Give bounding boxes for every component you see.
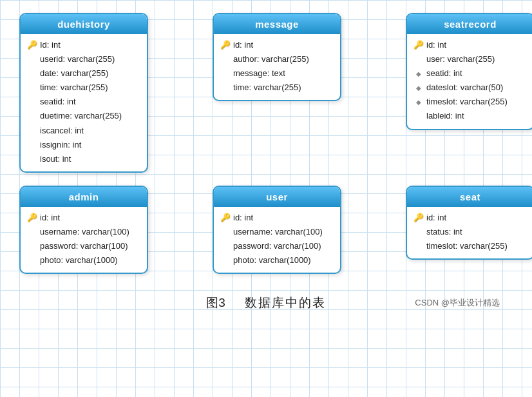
diamond-icon: ◆ — [413, 68, 424, 79]
field-text: issignin: int — [40, 138, 81, 152]
field-text: id: int — [233, 211, 253, 225]
field-text: time: varchar(255) — [233, 81, 301, 95]
table-seatrecord: seatrecord 🔑 id: int user: varchar(255) … — [406, 13, 532, 130]
field-seatrecord-dateslot: ◆ dateslot: varchar(50) — [413, 81, 527, 95]
table-seatrecord-body: 🔑 id: int user: varchar(255) ◆ seatid: i… — [407, 34, 532, 129]
table-duehistory-body: 🔑 Id: int userid: varchar(255) date: var… — [21, 34, 147, 171]
field-seatrecord-seatid: ◆ seatid: int — [413, 66, 527, 81]
field-text: seatid: int — [426, 66, 462, 81]
field-text: username: varchar(100) — [233, 225, 323, 239]
field-text: date: varchar(255) — [40, 66, 108, 81]
table-seat-body: 🔑 id: int status: int timeslot: varchar(… — [407, 207, 532, 258]
field-text: author: varchar(255) — [233, 52, 309, 66]
field-duehistory-userid: userid: varchar(255) — [27, 52, 140, 66]
key-icon: 🔑 — [27, 211, 37, 225]
field-duehistory-duetime: duetime: varchar(255) — [27, 109, 140, 123]
field-seat-timeslot: timeslot: varchar(255) — [413, 239, 527, 253]
field-text: timeslot: varchar(255) — [426, 239, 508, 253]
figure-title: 数据库中的表 — [245, 295, 326, 311]
field-admin-photo: photo: varchar(1000) — [27, 253, 140, 267]
field-text: id: int — [426, 211, 446, 225]
field-seatrecord-lableid: lableid: int — [413, 109, 527, 123]
field-user-password: password: varchar(100) — [220, 239, 334, 253]
table-admin-header: admin — [21, 187, 147, 207]
key-icon: 🔑 — [220, 38, 231, 52]
field-admin-password: password: varchar(100) — [27, 239, 140, 253]
field-message-author: author: varchar(255) — [220, 52, 334, 66]
diamond-icon: ◆ — [413, 82, 424, 93]
table-user-body: 🔑 id: int username: varchar(100) passwor… — [214, 207, 340, 273]
field-text: timeslot: varchar(255) — [426, 95, 508, 109]
field-text: password: varchar(100) — [40, 239, 128, 253]
table-seat-header: seat — [407, 187, 532, 207]
field-admin-id: 🔑 id: int — [27, 211, 140, 225]
field-seat-id: 🔑 id: int — [413, 211, 527, 225]
diamond-icon: ◆ — [413, 97, 424, 108]
field-text: lableid: int — [426, 109, 464, 123]
field-text: seatid: int — [40, 95, 76, 109]
field-text: photo: varchar(1000) — [233, 253, 311, 267]
field-duehistory-time: time: varchar(255) — [27, 81, 140, 95]
field-duehistory-id: 🔑 Id: int — [27, 38, 140, 52]
tables-row-1: duehistory 🔑 Id: int userid: varchar(255… — [19, 13, 519, 173]
field-seatrecord-id: 🔑 id: int — [413, 38, 527, 52]
table-seatrecord-header: seatrecord — [407, 14, 532, 34]
figure-caption: 图3 数据库中的表 CSDN @毕业设计精选 — [13, 287, 519, 316]
field-duehistory-seatid: seatid: int — [27, 95, 140, 109]
field-text: message: text — [233, 66, 285, 81]
tables-row-2: admin 🔑 id: int username: varchar(100) p… — [19, 186, 519, 274]
field-text: userid: varchar(255) — [40, 52, 115, 66]
table-seat: seat 🔑 id: int status: int timeslot: var… — [406, 186, 532, 260]
field-message-time: time: varchar(255) — [220, 81, 334, 95]
table-admin: admin 🔑 id: int username: varchar(100) p… — [19, 186, 148, 274]
field-text: id: int — [233, 38, 253, 52]
table-admin-body: 🔑 id: int username: varchar(100) passwor… — [21, 207, 147, 273]
field-duehistory-iscancel: iscancel: int — [27, 124, 140, 138]
field-text: id: int — [40, 211, 60, 225]
field-duehistory-date: date: varchar(255) — [27, 66, 140, 81]
field-message-id: 🔑 id: int — [220, 38, 334, 52]
field-text: time: varchar(255) — [40, 81, 108, 95]
field-text: isout: int — [40, 152, 71, 166]
field-seatrecord-user: user: varchar(255) — [413, 52, 527, 66]
table-user: user 🔑 id: int username: varchar(100) pa… — [213, 186, 341, 274]
field-seat-status: status: int — [413, 225, 527, 239]
field-message-message: message: text — [220, 66, 334, 81]
field-text: user: varchar(255) — [426, 52, 495, 66]
field-admin-username: username: varchar(100) — [27, 225, 140, 239]
field-user-username: username: varchar(100) — [220, 225, 334, 239]
field-text: status: int — [426, 225, 462, 239]
field-user-id: 🔑 id: int — [220, 211, 334, 225]
table-message: message 🔑 id: int author: varchar(255) m… — [213, 13, 341, 101]
figure-number: 图3 — [206, 295, 225, 311]
table-duehistory: duehistory 🔑 Id: int userid: varchar(255… — [19, 13, 148, 173]
field-duehistory-issignin: issignin: int — [27, 138, 140, 152]
field-text: password: varchar(100) — [233, 239, 321, 253]
field-text: id: int — [426, 38, 446, 52]
field-text: duetime: varchar(255) — [40, 109, 122, 123]
field-text: dateslot: varchar(50) — [426, 81, 503, 95]
key-icon: 🔑 — [413, 211, 424, 225]
figure-subtitle: CSDN @毕业设计精选 — [415, 297, 500, 309]
field-duehistory-isout: isout: int — [27, 152, 140, 166]
key-icon: 🔑 — [220, 211, 231, 225]
field-text: photo: varchar(1000) — [40, 253, 118, 267]
table-message-header: message — [214, 14, 340, 34]
key-icon: 🔑 — [413, 38, 424, 52]
field-user-photo: photo: varchar(1000) — [220, 253, 334, 267]
table-message-body: 🔑 id: int author: varchar(255) message: … — [214, 34, 340, 100]
main-content: duehistory 🔑 Id: int userid: varchar(255… — [0, 0, 532, 316]
field-seatrecord-timeslot: ◆ timeslot: varchar(255) — [413, 95, 527, 109]
field-text: iscancel: int — [40, 124, 84, 138]
table-duehistory-header: duehistory — [21, 14, 147, 34]
field-text: username: varchar(100) — [40, 225, 129, 239]
table-user-header: user — [214, 187, 340, 207]
field-text: Id: int — [40, 38, 61, 52]
key-icon: 🔑 — [27, 38, 37, 52]
